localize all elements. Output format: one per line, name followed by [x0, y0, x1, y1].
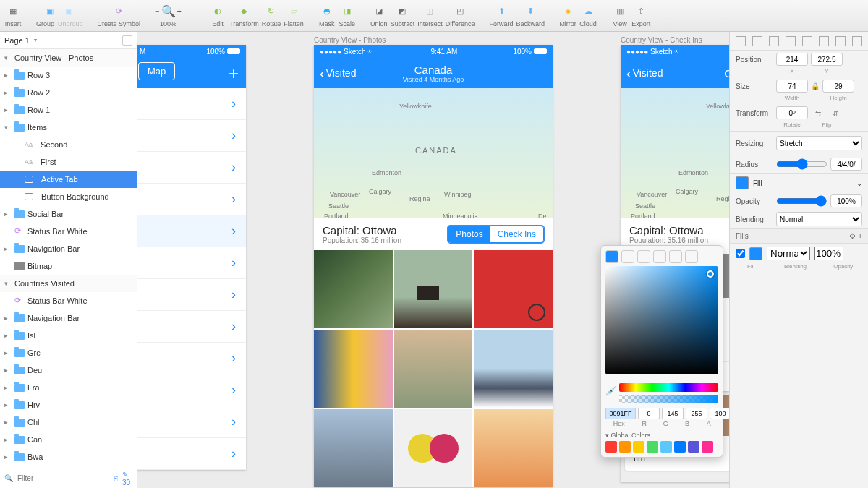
- flip-v-icon[interactable]: ⇵: [828, 109, 843, 117]
- tb-flatten[interactable]: ▱Flatten: [284, 1, 304, 27]
- list-row[interactable]: ›: [137, 279, 246, 311]
- artboard-label[interactable]: Country View - Check Ins: [621, 36, 702, 44]
- width-input[interactable]: [776, 80, 808, 93]
- resizing-select[interactable]: Stretch: [776, 136, 862, 150]
- tree-item[interactable]: ▸Navigation Bar: [0, 240, 137, 257]
- artboard-label[interactable]: Country View - Photos: [314, 36, 386, 44]
- tree-item[interactable]: ▸Bwa: [0, 448, 137, 466]
- tree-item[interactable]: ▸Row 1: [0, 101, 137, 119]
- list-row[interactable]: ›: [137, 374, 246, 406]
- color-gradient[interactable]: [605, 266, 718, 374]
- y-input[interactable]: [811, 53, 843, 66]
- tb-subtract[interactable]: ◩Subtract: [391, 1, 415, 27]
- tb-view[interactable]: ▥View: [611, 1, 629, 27]
- map-button[interactable]: Map: [138, 62, 175, 80]
- seg-checkins[interactable]: Check Ins: [490, 226, 543, 242]
- back-button[interactable]: ‹Visited: [626, 65, 663, 82]
- color-swatches[interactable]: [605, 441, 718, 453]
- tree-item[interactable]: ▾Items: [0, 119, 137, 136]
- gear-icon[interactable]: ⚙: [849, 232, 856, 240]
- list-row[interactable]: ›: [137, 406, 246, 438]
- tb-difference[interactable]: ◰Difference: [446, 1, 475, 27]
- tb-edit[interactable]: ◐Edit: [209, 1, 226, 27]
- fill-enabled[interactable]: [736, 249, 745, 258]
- align-tools[interactable]: [730, 32, 868, 51]
- tree-item[interactable]: ⟳Status Bar White: [0, 223, 137, 240]
- fill-swatch[interactable]: [736, 176, 749, 189]
- tb-backward[interactable]: ⬇Backward: [516, 1, 545, 27]
- photo-cell[interactable]: [314, 250, 393, 328]
- rotate-input[interactable]: [776, 106, 808, 119]
- list-row[interactable]: ›: [137, 215, 246, 247]
- tree-item[interactable]: ▸Grc: [0, 344, 137, 361]
- a-input[interactable]: [710, 408, 729, 419]
- r-input[interactable]: [638, 408, 660, 419]
- global-colors-toggle[interactable]: ▾ Global Colors: [605, 432, 718, 439]
- tb-cloud[interactable]: ☁Cloud: [579, 1, 597, 27]
- tree-item[interactable]: ▸Can: [0, 431, 137, 448]
- radius-slider[interactable]: [776, 158, 827, 171]
- tree-section[interactable]: ▾Country View - Photos: [0, 49, 137, 67]
- tb-union[interactable]: ◪Union: [370, 1, 388, 27]
- tb-forward[interactable]: ⬆Forward: [490, 1, 514, 27]
- blending-select[interactable]: Normal: [776, 212, 862, 226]
- list-row[interactable]: ›: [137, 184, 246, 215]
- plus-icon[interactable]: +: [229, 64, 239, 84]
- tree-item[interactable]: ▸Row 2: [0, 84, 137, 101]
- tree-item[interactable]: ▸Deu: [0, 361, 137, 379]
- tb-export[interactable]: ⇧Export: [631, 1, 650, 27]
- photo-cell[interactable]: [474, 250, 553, 328]
- tb-mirror[interactable]: ◈Mirror: [559, 1, 576, 27]
- color-picker[interactable]: 💉 HexRGBA ▾ Global Colors: [600, 245, 723, 458]
- photo-cell[interactable]: [474, 409, 553, 487]
- photo-cell[interactable]: [394, 409, 473, 487]
- tb-insert[interactable]: ▦Insert: [4, 1, 22, 27]
- flip-h-icon[interactable]: ⇋: [811, 109, 825, 117]
- photo-cell[interactable]: [394, 330, 473, 408]
- fill-color-swatch[interactable]: [749, 247, 762, 260]
- artboard-countries[interactable]: M100% Map + › › › › › › › › › › › ›: [137, 45, 246, 470]
- tb-zoom[interactable]: −🔍+100%: [155, 1, 182, 27]
- lock-icon[interactable]: 🔒: [811, 82, 820, 90]
- list-row[interactable]: ›: [137, 88, 246, 120]
- height-input[interactable]: [822, 80, 854, 93]
- back-button[interactable]: ‹Visited: [320, 65, 356, 82]
- tree-item[interactable]: ▸Navigation Bar: [0, 309, 137, 327]
- eyedropper-icon[interactable]: 💉: [605, 386, 616, 396]
- list-row[interactable]: ›: [137, 120, 246, 152]
- list-row[interactable]: ›: [137, 247, 246, 279]
- tree-item[interactable]: ▸Hrv: [0, 396, 137, 414]
- add-fill-icon[interactable]: +: [858, 232, 862, 240]
- tb-transform[interactable]: ◆Transform: [229, 1, 259, 27]
- tree-item[interactable]: ⟳Status Bar White: [0, 292, 137, 309]
- hex-input[interactable]: [605, 408, 636, 419]
- tree-item[interactable]: Aa First: [0, 153, 137, 171]
- radius-input[interactable]: [830, 158, 862, 171]
- filter-input[interactable]: [17, 474, 109, 482]
- tree-item[interactable]: ▸Fra: [0, 379, 137, 396]
- fill-opacity-input[interactable]: [814, 247, 843, 260]
- list-row[interactable]: ›: [137, 152, 246, 184]
- pages-grid-icon[interactable]: [122, 35, 132, 46]
- list-row[interactable]: ›: [137, 438, 246, 470]
- photo-cell[interactable]: [394, 250, 473, 328]
- tb-scale[interactable]: ◨Scale: [339, 1, 356, 27]
- x-input[interactable]: [776, 53, 808, 66]
- tree-item[interactable]: ▸Row 3: [0, 67, 137, 84]
- tree-item[interactable]: Bitmap: [0, 257, 137, 275]
- tree-section[interactable]: ▾Countries Visited: [0, 275, 137, 292]
- tb-group[interactable]: ▣▣Group Ungroup: [36, 1, 83, 27]
- g-input[interactable]: [662, 408, 684, 419]
- photo-cell[interactable]: [474, 330, 553, 408]
- b-input[interactable]: [686, 408, 707, 419]
- tb-rotate[interactable]: ↻Rotate: [262, 1, 281, 27]
- tree-item[interactable]: ▸Chl: [0, 414, 137, 431]
- alpha-slider[interactable]: [619, 395, 718, 403]
- photo-cell[interactable]: [314, 409, 393, 487]
- tree-item[interactable]: Aa Second: [0, 136, 137, 153]
- tb-symbol[interactable]: ⟳Create Symbol: [98, 1, 141, 27]
- canvas[interactable]: Country View - Photos Country View - Che…: [137, 32, 729, 488]
- tree-item[interactable]: Button Background: [0, 188, 137, 205]
- copy-icon[interactable]: ⎘: [114, 474, 118, 482]
- photo-cell[interactable]: [314, 330, 393, 408]
